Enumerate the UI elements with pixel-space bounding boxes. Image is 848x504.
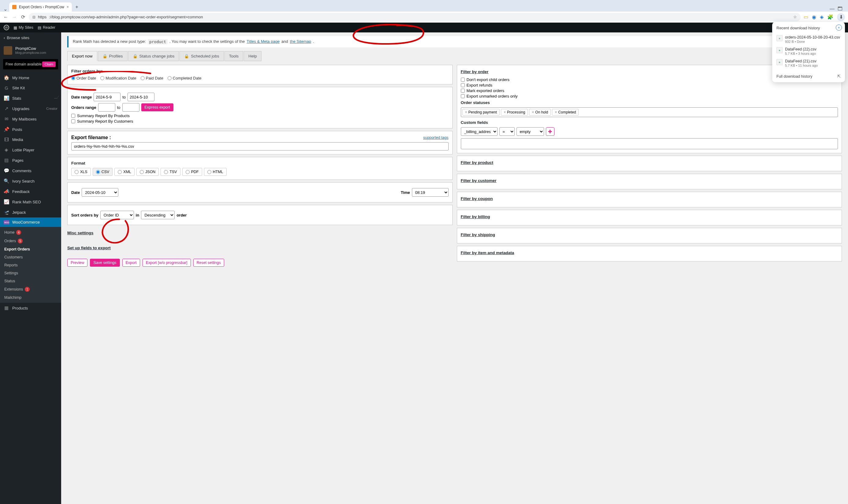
status-tag-processing[interactable]: ×Processing [501, 109, 528, 115]
orders-to-input[interactable] [122, 103, 140, 112]
radio-input[interactable] [100, 76, 104, 80]
status-tag-on-hold[interactable]: ×On hold [529, 109, 551, 115]
filter-by-customer-toggle[interactable]: Filter by customer [457, 174, 842, 189]
custom-field-tags[interactable] [461, 138, 838, 149]
format-xml[interactable]: XML [114, 168, 134, 176]
orders-from-input[interactable] [98, 103, 115, 112]
tab-scheduled-jobs[interactable]: 🔒Scheduled jobs [180, 51, 223, 61]
tab-help[interactable]: Help [244, 51, 261, 61]
filter-by-shipping-toggle[interactable]: Filter by shipping [457, 228, 842, 244]
date-to-input[interactable] [127, 93, 155, 101]
site-info-icon[interactable]: ⊟ [32, 15, 35, 19]
radio-input[interactable] [186, 170, 190, 174]
add-custom-field-button[interactable]: ✚ [546, 127, 555, 136]
titles-meta-link[interactable]: Titles & Meta page [247, 39, 279, 44]
radio-input[interactable] [118, 170, 122, 174]
sidebar-item-woocommerce[interactable]: wooWooCommerce [0, 217, 61, 227]
chevron-down-icon[interactable]: 🗔 [837, 6, 843, 12]
submenu-mailchimp[interactable]: Mailchimp [0, 293, 61, 302]
submenu-extensions[interactable]: Extensions1 [0, 285, 61, 293]
format-html[interactable]: HTML [204, 168, 227, 176]
format-json[interactable]: JSON [137, 168, 159, 176]
radio-input[interactable] [167, 76, 172, 80]
radio-completed-date[interactable]: Completed Date [167, 76, 201, 80]
summary-products-checkbox[interactable] [71, 114, 75, 118]
claim-button[interactable]: Claim [42, 61, 56, 67]
submenu-home[interactable]: Home4 [0, 228, 61, 237]
reader-link[interactable]: ▤ Reader [38, 25, 55, 30]
radio-input[interactable] [141, 76, 145, 80]
custom-val-select[interactable]: empty [517, 127, 544, 136]
format-tsv[interactable]: TSV [161, 168, 180, 176]
sort-field-select[interactable]: Order ID [100, 211, 134, 219]
tab-export-now[interactable]: Export now [67, 51, 97, 61]
setup-fields-toggle[interactable]: Set up fields to export [67, 242, 453, 255]
submenu-export-orders[interactable]: Export Orders [0, 245, 61, 253]
sidebar-item-lottie-player[interactable]: ◈Lottie Player [0, 145, 61, 155]
format-csv[interactable]: CSV [93, 168, 113, 176]
checkbox-export-refunds[interactable] [461, 83, 465, 87]
sidebar-item-rank-math-seo[interactable]: 📈Rank Math SEO [0, 197, 61, 207]
sitemap-link[interactable]: the Sitemap [290, 39, 311, 44]
sidebar-item-media[interactable]: 🎞Media [0, 134, 61, 145]
sidebar-item-my-home[interactable]: 🏠My Home [0, 72, 61, 83]
submenu-reports[interactable]: Reports [0, 261, 61, 269]
submenu-status[interactable]: Status [0, 277, 61, 285]
supported-tags-link[interactable]: supported tags [423, 136, 449, 140]
wp-logo-icon[interactable]: W [4, 25, 9, 30]
sidebar-item-posts[interactable]: 📌Posts [0, 124, 61, 134]
sidebar-item-feedback[interactable]: 📣Feedback [0, 186, 61, 197]
remove-tag-icon[interactable]: × [532, 110, 534, 114]
ext-icon-2[interactable]: ◉ [812, 14, 816, 20]
sidebar-item-jetpack[interactable]: 🛫Jetpack [0, 207, 61, 217]
close-popup-button[interactable]: × [836, 24, 842, 31]
radio-paid-date[interactable]: Paid Date [141, 76, 163, 80]
export-w-o-progressbar--button[interactable]: Export [w/o progressbar] [143, 259, 191, 267]
submenu-customers[interactable]: Customers [0, 253, 61, 261]
sidebar-item-stats[interactable]: 📊Stats⎯⎯╱ [0, 93, 61, 103]
extensions-icon[interactable]: 🧩 [827, 14, 833, 20]
downloads-icon[interactable]: ⬇ [837, 13, 845, 21]
tab-tools[interactable]: Tools [224, 51, 243, 61]
summary-customers-checkbox[interactable] [71, 119, 75, 123]
filter-by-product-toggle[interactable]: Filter by product [457, 156, 842, 171]
forward-icon[interactable]: → [12, 14, 17, 20]
filename-input[interactable] [71, 142, 449, 150]
radio-order-date[interactable]: Order Date [71, 76, 96, 80]
tab-profiles[interactable]: 🔒Profiles [98, 51, 127, 61]
sidebar-item-site-kit[interactable]: GSite Kit [0, 83, 61, 93]
custom-field-select[interactable]: _billing_address_1 [461, 127, 498, 136]
browser-tab[interactable]: Export Orders ‹ PromptCow × [9, 2, 72, 12]
checkbox-mark-exported-orders[interactable] [461, 89, 465, 93]
checkbox-don-t-export-child-orders[interactable] [461, 78, 465, 82]
sidebar-item-upgrades[interactable]: ↗UpgradesCreator [0, 103, 61, 114]
submenu-orders[interactable]: Orders5 [0, 237, 61, 245]
remove-tag-icon[interactable]: × [555, 110, 557, 114]
remove-tag-icon[interactable]: × [465, 110, 467, 114]
back-icon[interactable]: ← [3, 14, 8, 20]
custom-op-select[interactable]: = [499, 127, 515, 136]
remove-tag-icon[interactable]: × [504, 110, 506, 114]
order-statuses-tags[interactable]: ×Pending payment×Processing×On hold×Comp… [461, 107, 838, 117]
express-export-button[interactable]: Express export [141, 103, 174, 111]
url-field[interactable]: ⊟ https://blog.promptcow.com/wp-admin/ad… [29, 13, 800, 21]
reload-icon[interactable]: ⟳ [20, 14, 26, 20]
filter-by-billing-toggle[interactable]: Filter by billing [457, 210, 842, 226]
bookmark-icon[interactable]: ☆ [793, 15, 797, 19]
submenu-settings[interactable]: Settings [0, 269, 61, 277]
ext-icon[interactable]: ▭ [804, 14, 808, 20]
browse-sites-link[interactable]: ‹Browse sites [0, 32, 61, 43]
sidebar-item-pages[interactable]: ▤Pages [0, 155, 61, 165]
format-pdf[interactable]: PDF [182, 168, 202, 176]
misc-settings-toggle[interactable]: Misc settings [67, 228, 453, 240]
format-xls[interactable]: XLS [71, 168, 91, 176]
export-button[interactable]: Export [122, 259, 140, 267]
download-item[interactable]: DataFeed (21).csv5.7 KB • 11 hours ago [776, 57, 841, 69]
sidebar-item-products[interactable]: ▦ Products [0, 303, 61, 313]
radio-input[interactable] [140, 170, 144, 174]
sidebar-item-comments[interactable]: 💬Comments [0, 165, 61, 176]
open-folder-icon[interactable]: ⇱ [837, 74, 841, 78]
status-tag-completed[interactable]: ×Completed [552, 109, 579, 115]
preview-button[interactable]: Preview [67, 259, 88, 267]
tab-status-change-jobs[interactable]: 🔒Status change jobs [128, 51, 179, 61]
